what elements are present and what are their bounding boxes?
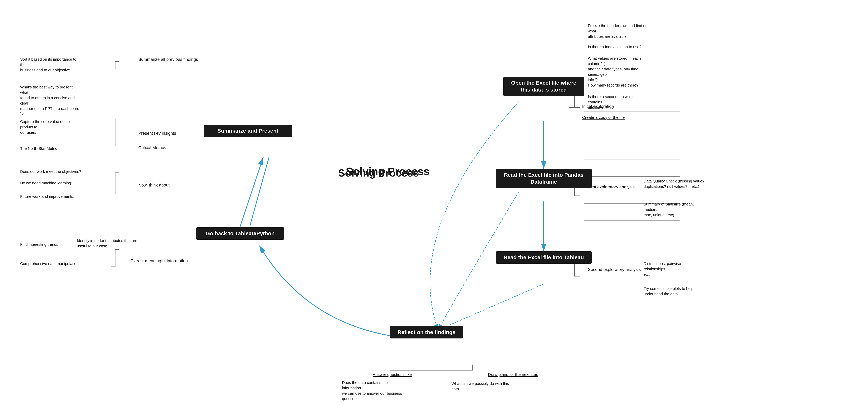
future-work-text: Future work and improvements. [20, 194, 74, 199]
summary-stats-text: Summary of Statistics (mean, median,max,… [644, 201, 705, 217]
critical-metrics-label: Critical Metrics [138, 145, 166, 151]
open-excel-node: Open the Excel file where this data is s… [503, 77, 584, 96]
identify-important-text: Identify important attributes that areus… [77, 238, 137, 249]
second-tab-text: Is there a second tab which containsaddi… [588, 94, 649, 110]
simple-plots-text: Try some simple plots to helpunderstand … [644, 286, 693, 297]
draw-plans-label: Draw plans for the next step [488, 372, 538, 377]
what-can-we-do-text: What can we possibly do with this data [452, 381, 513, 392]
comprehensive-text: Comprehensive data manipulations [20, 261, 81, 266]
capture-core-text: Capture the core value of the product to… [20, 119, 82, 135]
data-quality-text: Data Quality Check (missing value?duplic… [644, 178, 705, 189]
values-each-col-text: What values are stored in each column? (… [588, 56, 649, 82]
svg-line-6 [250, 157, 269, 227]
read-tableau-node: Read the Excel file into Tableau [496, 251, 592, 264]
svg-line-5 [240, 157, 263, 227]
answer-questions-label: Answer questions like [373, 372, 412, 377]
create-copy-label: Create a copy of the file [582, 115, 625, 120]
whats-best-way-text: What's the best way to present what Ifou… [20, 84, 82, 117]
does-data-contain-text: Does the data contains the informationwe… [342, 380, 403, 401]
sort-based-text: Sort it based on its importance to thebu… [20, 57, 82, 73]
main-title: Solving Process [338, 167, 419, 179]
index-column-text: Is there a Index column to use? [588, 44, 642, 49]
need-ml-text: Do we need machine learning? [20, 180, 73, 186]
distributions-text: Distributions, pairwise relationships...… [644, 261, 705, 277]
freeze-header-text: Freeze the header row, and find out what… [588, 23, 649, 39]
extract-meaningful-label: Extract meaningful information [131, 258, 188, 264]
present-key-label: Present key insights [138, 131, 176, 136]
svg-line-4 [438, 284, 544, 330]
find-interesting-text: Find interesting trends [20, 242, 58, 247]
north-star-text: The North-Star Metric [20, 146, 57, 151]
summarize-node: Summarize and Present [204, 125, 292, 137]
summarize-all-label: Summarize all previous findings [138, 57, 198, 63]
how-many-records-text: How many records are there? [588, 82, 639, 88]
read-pandas-node: Read the Excel file into Pandas Datafram… [496, 169, 592, 188]
reflect-node: Reflect on the findings [390, 326, 463, 338]
does-work-meet-text: Does our work meet the objectives? [20, 169, 81, 174]
now-think-label: Now, think about [138, 182, 169, 188]
go-back-node: Go back to Tableau/Python [196, 227, 284, 240]
second-exploratory-label: Second exploratory analysis [588, 267, 641, 273]
first-exploratory-label: First exploratory analysis [588, 184, 634, 190]
